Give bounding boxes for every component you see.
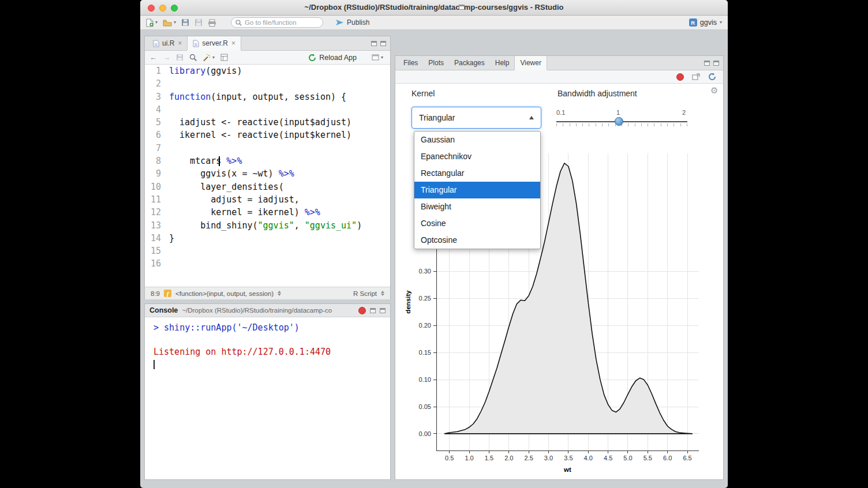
slider-min-label: 0.1	[556, 109, 565, 116]
close-tab-icon[interactable]: ×	[231, 39, 235, 47]
console-working-directory: ~/Dropbox (RStudio)/RStudio/training/dat…	[182, 307, 354, 314]
window-title: ~/Dropbox (RStudio)/RStudio/training/dat…	[140, 0, 728, 15]
close-window-button[interactable]	[148, 5, 155, 12]
traffic-lights	[148, 5, 178, 12]
kernel-option-biweight[interactable]: Biweight	[414, 198, 540, 215]
svg-text:0.15: 0.15	[419, 349, 431, 356]
forward-icon[interactable]: →	[163, 53, 170, 62]
goto-file-input[interactable]	[245, 19, 334, 26]
reload-icon	[308, 54, 316, 62]
editor-statusbar: 8:9 f <function>(input, output, session)…	[145, 287, 390, 299]
back-icon[interactable]: ←	[149, 53, 157, 62]
code-line: 10 layer_densities(	[145, 181, 390, 193]
open-in-new-window-icon[interactable]	[692, 73, 700, 80]
magic-wand-icon	[203, 54, 211, 62]
new-file-icon	[146, 18, 154, 27]
maximize-pane-icon[interactable]	[459, 5, 465, 10]
code-line: 1library(ggvis)	[145, 65, 390, 77]
project-icon: R	[689, 18, 697, 27]
open-file-button[interactable]: ▾	[163, 19, 176, 27]
code-line: 5 iadjust <- reactive(input$adjust)	[145, 116, 390, 129]
scope-selector[interactable]: <function>(input, output, session)	[175, 290, 274, 297]
save-icon[interactable]	[176, 54, 184, 61]
svg-text:0.05: 0.05	[419, 403, 431, 410]
tab-server-r[interactable]: server.R ×	[187, 36, 241, 51]
file-type-selector[interactable]: R Script	[353, 290, 377, 297]
kernel-option-cosine[interactable]: Cosine	[414, 215, 540, 232]
file-type-chooser-icon[interactable]	[381, 291, 384, 296]
close-tab-icon[interactable]: ×	[178, 39, 182, 47]
svg-text:0.5: 0.5	[445, 455, 454, 461]
bandwidth-label: Bandwidth adjustment	[558, 89, 637, 98]
project-menu-button[interactable]: R ggvis ▾	[689, 18, 722, 27]
code-line: 15	[145, 245, 390, 257]
kernel-dropdown-list: GaussianEpanechnikovRectangularTriangula…	[414, 131, 541, 249]
pane-buttons	[704, 56, 723, 70]
tab-packages[interactable]: Packages	[449, 56, 490, 70]
compile-report-icon[interactable]	[220, 54, 228, 61]
slider-mid-label: 1	[616, 109, 620, 116]
tab-ui-r[interactable]: ui.R ×	[148, 36, 187, 50]
tab-help[interactable]: Help	[490, 56, 515, 70]
source-tabbar: ui.R × server.R ×	[145, 36, 390, 51]
tab-label: Files	[403, 59, 418, 67]
tab-label: Help	[495, 59, 510, 67]
publish-icon	[335, 19, 344, 26]
console-line: > shiny::runApp('~/Desktop')	[154, 322, 390, 334]
svg-text:2.5: 2.5	[524, 455, 533, 461]
code-tools-button[interactable]: ▾	[203, 54, 215, 62]
minimize-window-button[interactable]	[159, 5, 166, 12]
tab-label: Viewer	[520, 59, 541, 67]
find-replace-icon[interactable]	[189, 54, 197, 61]
kernel-select[interactable]: Triangular	[411, 107, 541, 129]
console-content[interactable]: > shiny::runApp('~/Desktop') Listening o…	[145, 317, 390, 479]
new-file-button[interactable]: ▾	[146, 18, 158, 27]
minimize-pane-icon[interactable]	[370, 308, 376, 313]
shiny-app: ⚙ Kernel Triangular GaussianEpanechnikov…	[395, 84, 723, 479]
code-editor[interactable]: 1library(ggvis)23function(input, output,…	[145, 65, 390, 287]
code-line: 9 ggvis(x = ~wt) %>%	[145, 167, 390, 180]
run-options-button[interactable]: ▾	[372, 54, 383, 61]
kernel-option-triangular[interactable]: Triangular	[414, 182, 540, 198]
print-icon[interactable]	[208, 19, 216, 27]
kernel-option-optcosine[interactable]: Optcosine	[414, 232, 540, 249]
svg-text:3.0: 3.0	[544, 455, 553, 461]
minimize-pane-icon[interactable]	[371, 41, 377, 46]
plot-settings-gear-icon[interactable]: ⚙	[710, 85, 718, 96]
search-icon	[235, 20, 242, 26]
kernel-option-epanechnikov[interactable]: Epanechnikov	[414, 148, 540, 165]
svg-text:1.5: 1.5	[485, 455, 493, 461]
maximize-pane-icon[interactable]	[380, 41, 386, 46]
minimize-pane-icon[interactable]	[704, 61, 710, 66]
reload-app-button[interactable]: Reload App	[308, 54, 357, 62]
kernel-option-rectangular[interactable]: Rectangular	[414, 165, 540, 182]
tab-viewer[interactable]: Viewer	[514, 56, 547, 70]
save-all-icon[interactable]	[194, 18, 203, 27]
source-pane: ui.R × server.R × ← → ▾	[144, 36, 391, 299]
zoom-window-button[interactable]	[171, 5, 178, 12]
pane-buttons	[371, 36, 390, 50]
code-line: 6 ikernel <- reactive(input$kernel)	[145, 129, 390, 141]
tab-plots[interactable]: Plots	[423, 56, 449, 70]
tab-files[interactable]: Files	[398, 56, 423, 70]
refresh-icon[interactable]	[708, 73, 716, 81]
svg-text:0.30: 0.30	[419, 268, 431, 275]
scope-chooser-icon[interactable]	[278, 291, 281, 296]
r-file-icon	[153, 40, 159, 47]
stop-app-icon[interactable]	[676, 73, 684, 81]
svg-text:density: density	[405, 290, 411, 314]
svg-text:4.0: 4.0	[584, 455, 593, 461]
source-window-icon	[372, 54, 379, 61]
tab-label: Packages	[454, 59, 485, 67]
caret-down-icon: ▾	[155, 20, 158, 25]
reload-app-label: Reload App	[319, 54, 357, 62]
save-icon[interactable]	[181, 18, 189, 27]
bandwidth-slider-handle[interactable]	[615, 117, 623, 126]
console-stop-icon[interactable]	[358, 307, 366, 314]
goto-file-search[interactable]	[231, 17, 323, 28]
caret-down-icon: ▾	[174, 20, 176, 25]
maximize-pane-icon[interactable]	[713, 61, 719, 66]
kernel-option-gaussian[interactable]: Gaussian	[414, 132, 540, 148]
publish-button[interactable]: Publish	[335, 18, 369, 27]
maximize-pane-icon[interactable]	[380, 308, 386, 313]
